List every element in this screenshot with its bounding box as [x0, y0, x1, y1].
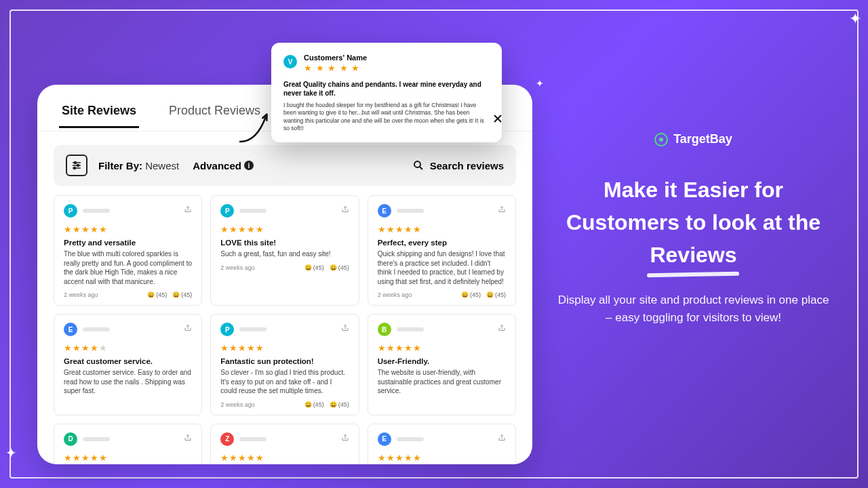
name-placeholder: [397, 437, 424, 441]
share-icon[interactable]: [341, 434, 349, 443]
advanced-filter[interactable]: Advanced i: [193, 160, 254, 171]
avatar: B: [378, 323, 391, 336]
svg-point-4: [77, 165, 79, 167]
reaction-chip[interactable]: 😀 (45): [330, 264, 349, 271]
callout-arrow-icon: [231, 108, 277, 149]
review-card[interactable]: P ★★★★★ Fantastic sun protection! So cle…: [210, 314, 359, 415]
tab-site-reviews[interactable]: Site Reviews: [59, 98, 139, 128]
share-icon[interactable]: [498, 434, 506, 443]
avatar: P: [64, 204, 77, 218]
star-rating: ★★★★★: [220, 224, 349, 235]
share-icon[interactable]: [341, 205, 349, 215]
review-title: Perfect, every step: [378, 239, 506, 247]
subheadline: Display all your site and product review…: [556, 291, 831, 327]
review-body: The website is user-friendly, with susta…: [378, 368, 506, 396]
star-rating: ★★★★★: [220, 453, 349, 463]
reaction-chip[interactable]: 😀 (45): [304, 264, 324, 271]
avatar: P: [220, 323, 234, 336]
review-card[interactable]: P ★★★★★ Pretty and versatile The blue wi…: [54, 195, 202, 306]
review-time: 2 weeks ago: [220, 264, 255, 271]
review-body: Quick shipping and fun designs! I love t…: [378, 249, 506, 286]
filter-icon[interactable]: [66, 155, 87, 176]
share-icon[interactable]: [184, 205, 192, 215]
review-card[interactable]: E ★★★★★ Perfect, every step Quick shippi…: [368, 195, 516, 306]
sparkle-icon: ✦: [849, 10, 861, 28]
share-icon[interactable]: [184, 324, 192, 333]
customer-name: Customers' Name: [304, 54, 367, 62]
reviews-grid: P ★★★★★ Pretty and versatile The blue wi…: [37, 195, 532, 464]
info-icon: i: [244, 161, 254, 170]
review-time: 2 weeks ago: [64, 291, 98, 298]
review-footer: 2 weeks ago 😀 (45) 😀 (45): [220, 401, 349, 408]
review-body: Such a great, fast, fun and easy site!: [220, 249, 349, 259]
review-footer: 2 weeks ago 😀 (45) 😀 (45): [220, 264, 349, 271]
review-time: 2 weeks ago: [378, 291, 412, 298]
review-footer: 2 weeks ago 😀 (45) 😀 (45): [378, 291, 506, 298]
avatar: E: [378, 432, 391, 446]
review-footer: 2 weeks ago 😀 (45) 😀 (45): [64, 291, 192, 298]
name-placeholder: [397, 209, 424, 213]
search-reviews[interactable]: Search reviews: [412, 159, 504, 171]
brand-name: TargetBay: [673, 132, 732, 146]
name-placeholder: [239, 437, 267, 441]
reaction-chip[interactable]: 😀 (45): [330, 401, 349, 408]
name-placeholder: [239, 209, 267, 213]
svg-point-5: [74, 167, 76, 169]
reaction-chip[interactable]: 😀 (45): [304, 401, 324, 408]
share-icon[interactable]: [341, 324, 349, 333]
share-icon[interactable]: [184, 434, 192, 443]
review-popover: V Customers' Name ★ ★ ★ ★ ★ Great Qualit…: [271, 43, 502, 142]
review-title: LOVE this site!: [220, 239, 349, 247]
review-body: I bought the hooded sleeper for my bestf…: [283, 102, 490, 133]
star-rating: ★★★★★: [64, 453, 192, 463]
review-time: 2 weeks ago: [220, 401, 255, 408]
name-placeholder: [83, 327, 110, 331]
headline: Make it Easier for Customers to look at …: [556, 174, 831, 271]
close-icon: [492, 113, 503, 124]
avatar: V: [283, 55, 297, 68]
share-icon[interactable]: [498, 205, 506, 215]
star-rating: ★★★★★: [378, 343, 506, 353]
review-title: Great customer service.: [64, 357, 192, 365]
review-card[interactable]: B ★★★★★ User-Friendly. The website is us…: [368, 314, 516, 415]
reaction-chip[interactable]: 😀 (45): [147, 291, 167, 298]
avatar: Z: [220, 432, 234, 446]
star-rating: ★★★★★: [220, 343, 349, 353]
star-rating: ★★★★★: [64, 343, 192, 353]
review-card[interactable]: E ★★★★★ Great customer service. Great cu…: [368, 424, 516, 465]
reaction-chip[interactable]: 😀 (45): [486, 291, 506, 298]
star-rating: ★★★★★: [64, 224, 192, 235]
sparkle-icon: ✦: [5, 445, 17, 461]
review-card[interactable]: E ★★★★★ Great customer service. Great cu…: [54, 314, 202, 415]
avatar: E: [64, 323, 77, 336]
avatar: D: [64, 432, 77, 446]
star-rating: ★★★★★: [378, 224, 506, 235]
name-placeholder: [239, 327, 267, 331]
star-rating: ★ ★ ★ ★ ★: [304, 63, 367, 73]
reaction-chip[interactable]: 😀 (45): [172, 291, 192, 298]
name-placeholder: [397, 327, 424, 331]
close-button[interactable]: [488, 109, 507, 128]
filter-bar: Filter By: Newest Advanced i Search revi…: [54, 145, 516, 186]
share-icon[interactable]: [498, 324, 506, 333]
svg-point-3: [75, 162, 77, 164]
reaction-chip[interactable]: 😀 (45): [461, 291, 481, 298]
marketing-panel: TargetBay Make it Easier for Customers t…: [556, 132, 831, 327]
review-body: So clever - I'm so glad I tried this pro…: [220, 368, 349, 396]
svg-point-6: [414, 161, 420, 167]
avatar: E: [378, 204, 391, 218]
review-body: The blue with multi colored sparkles is …: [64, 249, 192, 286]
review-card[interactable]: P ★★★★★ LOVE this site! Such a great, fa…: [210, 195, 359, 306]
filter-by[interactable]: Filter By: Newest: [98, 160, 179, 171]
review-title: Fantastic sun protection!: [220, 357, 349, 365]
targetbay-logo-icon: [654, 133, 668, 146]
review-card[interactable]: Z ★★★★★ Customer service makes it worth …: [210, 424, 359, 465]
name-placeholder: [83, 209, 110, 213]
search-icon: [412, 159, 425, 171]
review-title: Pretty and versatile: [64, 239, 192, 247]
star-rating: ★★★★★: [378, 453, 506, 463]
review-card[interactable]: D ★★★★★ Great customer service.: [54, 424, 202, 465]
review-title: User-Friendly.: [378, 357, 506, 365]
name-placeholder: [83, 437, 110, 441]
review-body: Great customer service. Easy to order an…: [64, 368, 192, 396]
